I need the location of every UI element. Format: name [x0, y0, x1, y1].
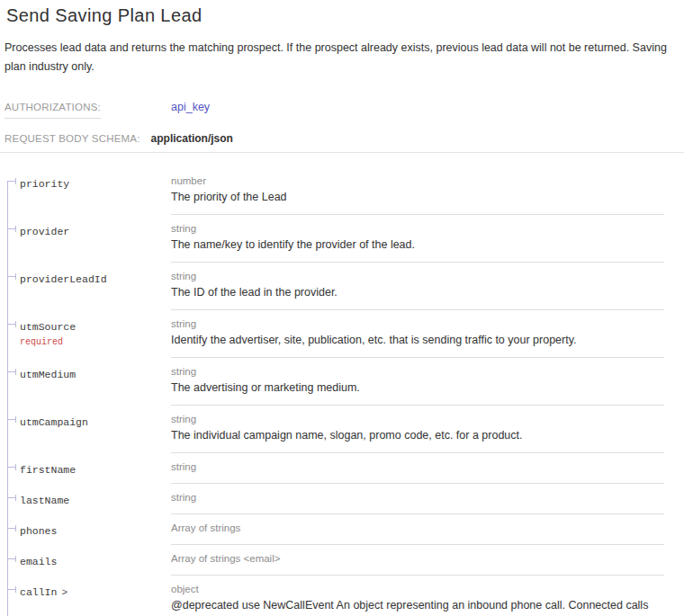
field-detail-cell: Array of strings — [171, 514, 664, 545]
field-row-providerLeadId: providerLeadId string The ID of the lead… — [4, 263, 684, 310]
tree-branch-icon — [7, 419, 16, 420]
field-description: The individual campaign name, slogan, pr… — [171, 428, 664, 443]
field-name-cell: utmMedium — [4, 358, 171, 381]
page-title: Send Saving Plan Lead — [6, 5, 684, 26]
operation-description: Processes lead data and returns the matc… — [4, 39, 676, 76]
field-row-utmMedium: utmMedium string The advertising or mark… — [4, 358, 684, 406]
field-name-cell: utmCampaign — [4, 406, 171, 429]
field-name: utmMedium — [20, 369, 76, 380]
field-name-cell: priority — [4, 167, 171, 191]
field-name-cell: phones — [4, 514, 171, 538]
field-name: lastName — [20, 495, 69, 506]
field-detail-cell: object @deprecated use NewCallEvent An o… — [171, 576, 664, 616]
field-detail-cell: string — [171, 484, 664, 514]
field-description: @deprecated use NewCallEvent An object r… — [171, 598, 664, 616]
field-type: Array of strings — [171, 522, 664, 535]
field-name: providerLeadId — [20, 273, 107, 285]
tree-branch-icon — [7, 371, 16, 372]
field-description: The priority of the Lead — [171, 190, 664, 205]
field-name-cell: lastName — [4, 484, 171, 507]
field-type: string — [171, 413, 664, 426]
field-detail-cell: string The name/key to identify the prov… — [171, 215, 664, 263]
field-name: utmCampaign — [20, 416, 88, 428]
field-description: The ID of the lead in the provider. — [171, 285, 664, 300]
field-name-cell: emails — [4, 545, 171, 568]
field-type: string — [171, 317, 664, 331]
expand-icon[interactable]: > — [61, 587, 68, 598]
field-type: string — [171, 270, 664, 283]
field-type: string — [171, 491, 664, 504]
authorizations-row: AUTHORIZATIONS: api_key — [4, 98, 684, 119]
field-row-emails: emails Array of strings <email> — [4, 545, 684, 576]
api-key-link[interactable]: api_key — [171, 101, 210, 113]
field-type: object — [171, 583, 664, 596]
field-detail-cell: string The advertising or marketing medi… — [171, 358, 664, 406]
field-detail-cell: string — [171, 453, 664, 484]
field-name: phones — [20, 525, 57, 537]
field-name: utmSource — [20, 321, 76, 333]
tree-branch-icon — [7, 528, 16, 529]
tree-branch-icon — [7, 497, 16, 498]
field-name-cell: provider — [4, 215, 171, 238]
authorizations-label-box: AUTHORIZATIONS: — [4, 98, 171, 119]
request-body-schema-row: REQUEST BODY SCHEMA: application/json — [4, 132, 684, 145]
field-name-cell: providerLeadId — [4, 263, 171, 286]
field-detail-cell: string Identify the advertiser, site, pu… — [171, 310, 664, 358]
field-description: Identify the advertiser, site, publicati… — [171, 333, 664, 348]
authorizations-label: AUTHORIZATIONS: — [4, 102, 101, 119]
field-row-phones: phones Array of strings — [4, 514, 684, 545]
field-row-lastName: lastName string — [4, 484, 684, 514]
tree-branch-icon — [7, 276, 16, 277]
field-name[interactable]: callIn — [20, 586, 57, 598]
field-description: The advertising or marketing medium. — [171, 380, 664, 396]
tree-branch-icon — [7, 589, 16, 590]
field-detail-cell: string The ID of the lead in the provide… — [171, 263, 664, 310]
schema-fields-table: priority number The priority of the Lead… — [4, 167, 684, 616]
field-type: Array of strings <email> — [171, 552, 664, 566]
field-row-utmCampaign: utmCampaign string The individual campai… — [4, 406, 684, 453]
tree-branch-icon — [7, 181, 16, 182]
field-name-cell: utmSource required — [4, 310, 171, 348]
tree-branch-icon — [7, 228, 16, 229]
field-detail-cell: string The individual campaign name, slo… — [171, 406, 664, 453]
field-description: The name/key to identify the provider of… — [171, 237, 664, 253]
content-type-value: application/json — [151, 132, 233, 145]
field-row-provider: provider string The name/key to identify… — [4, 215, 684, 263]
field-name-cell: firstName — [4, 453, 171, 477]
field-detail-cell: Array of strings <email> — [171, 545, 664, 576]
field-name: firstName — [20, 464, 76, 476]
field-name: provider — [20, 226, 69, 237]
field-type: number — [171, 174, 664, 188]
field-type: string — [171, 365, 664, 379]
tree-branch-icon — [7, 324, 16, 325]
field-row-firstName: firstName string — [4, 453, 684, 484]
required-badge: required — [20, 336, 171, 348]
field-row-utmSource: utmSource required string Identify the a… — [4, 310, 684, 358]
tree-branch-icon — [7, 558, 16, 559]
tree-branch-icon — [7, 467, 16, 468]
field-row-callIn: callIn> object @deprecated use NewCallEv… — [4, 576, 684, 616]
field-row-priority: priority number The priority of the Lead — [4, 167, 684, 215]
field-name: emails — [20, 556, 57, 567]
field-name: priority — [20, 178, 69, 190]
api-operation-panel: Send Saving Plan Lead Processes lead dat… — [0, 0, 684, 616]
field-name-cell: callIn> — [4, 576, 171, 599]
field-type: string — [171, 222, 664, 236]
field-type: string — [171, 460, 664, 474]
field-detail-cell: number The priority of the Lead — [171, 167, 664, 215]
request-body-schema-label: REQUEST BODY SCHEMA: — [4, 133, 140, 144]
section-divider — [0, 152, 684, 153]
